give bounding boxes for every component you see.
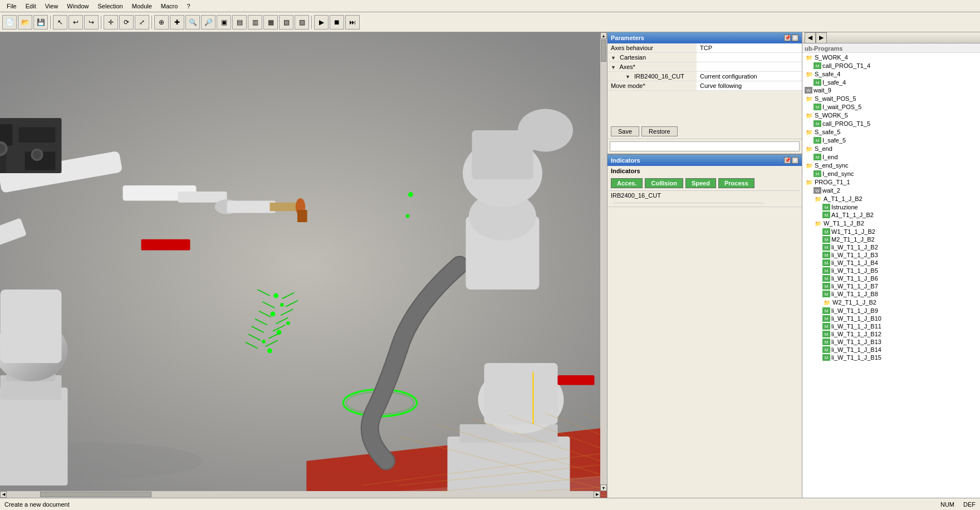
scroll-thumb-h[interactable] [40, 492, 151, 497]
tree-item-a-t1-1-j-b2[interactable]: 📁 A_T1_1_J_B2 [802, 194, 980, 203]
toolbar-save[interactable]: 💾 [33, 15, 48, 30]
indicator-speed-btn[interactable]: Speed [685, 178, 716, 188]
param-label-cartesian: ▼ Cartesian [607, 53, 697, 62]
axes-expand-icon[interactable]: ▼ [611, 65, 616, 70]
tree-item-a1-t1-1-j-b2[interactable]: M A1_T1_1_J_B2 [802, 211, 980, 219]
toolbar-cam3[interactable]: ▥ [248, 15, 262, 30]
tree-item-w-t1-1-j-b2[interactable]: 📁 W_T1_1_J_B2 [802, 219, 980, 228]
toolbar-redo[interactable]: ↪ [84, 15, 99, 30]
tree-nav-right[interactable]: ▶ [816, 32, 827, 43]
indicators-close-btn[interactable]: ✕ [792, 157, 798, 164]
scroll-right-btn[interactable]: ▶ [594, 491, 600, 498]
tree-item-s-safe-4[interactable]: 📁 S_safe_4 [802, 70, 980, 79]
menu-view[interactable]: View [41, 2, 63, 11]
param-row-move-mode: Move mode* Curve following [607, 81, 802, 91]
tree-item-li-w-t1-1-j-b12[interactable]: M li_W_T1_1_J_B12 [802, 330, 980, 338]
tree-item-li-w-t1-1-j-b8[interactable]: M li_W_T1_1_J_B8 [802, 290, 980, 298]
toolbar-select[interactable]: ↖ [53, 15, 67, 30]
tree-item-li-w-t1-1-j-b5[interactable]: M li_W_T1_1_J_B5 [802, 267, 980, 274]
tree-item-li-w-t1-1-j-b13[interactable]: M li_W_T1_1_J_B13 [802, 338, 980, 346]
menu-macro[interactable]: Macro [156, 2, 183, 11]
tree-item-s-end[interactable]: 📁 S_end [802, 144, 980, 153]
toolbar-snap[interactable]: ⊕ [154, 15, 169, 30]
tree-item-w2-t1-1-j-b2[interactable]: 📁 W2_T1_1_J_B2 [802, 298, 980, 307]
toolbar-zoom-out[interactable]: 🔎 [201, 15, 215, 30]
tree-item-li-w-t1-1-j-b2[interactable]: M li_W_T1_1_J_B2 [802, 243, 980, 251]
tree-item-s-work-4[interactable]: 📁 S_WORK_4 [802, 53, 980, 62]
tree-item-s-wait-pos-5[interactable]: 📁 S_wait_POS_5 [802, 94, 980, 103]
scroll-left-btn[interactable]: ◀ [0, 491, 7, 498]
tree-item-l-end[interactable]: M I_end [802, 153, 980, 161]
panel-close-btn[interactable]: ✕ [792, 35, 798, 41]
tree-item-li-w-t1-1-j-b9[interactable]: M li_W_T1_1_J_B9 [802, 307, 980, 315]
scroll-up-btn[interactable]: ▲ [600, 32, 607, 39]
restore-button[interactable]: Restore [641, 126, 678, 136]
save-button[interactable]: Save [611, 126, 639, 136]
cartesian-expand-icon[interactable]: ▼ [611, 55, 616, 61]
menu-edit[interactable]: Edit [21, 2, 41, 11]
menu-file[interactable]: File [2, 2, 21, 11]
svg-rect-9 [1, 290, 62, 363]
menu-selection[interactable]: Selection [93, 2, 127, 11]
toolbar-step[interactable]: ⏭ [345, 15, 360, 30]
indicator-process-btn[interactable]: Process [718, 178, 754, 188]
tree-item-wait-2[interactable]: W wait_2 [802, 187, 980, 194]
toolbar-open[interactable]: 📂 [18, 15, 32, 30]
tree-item-wait-9[interactable]: W wait_9 [802, 86, 980, 94]
panel-pin-btn[interactable]: 📌 [784, 35, 791, 41]
viewport-hscrollbar[interactable]: ◀ ▶ [0, 491, 600, 498]
toolbar-cross[interactable]: ✚ [170, 15, 184, 30]
tree-item-m2-t1-1-j-b2[interactable]: M M2_T1_1_J_B2 [802, 236, 980, 243]
tree-item-prog-t1-1[interactable]: 📁 PROG_T1_1 [802, 178, 980, 187]
menu-bar: File Edit View Window Selection Module M… [0, 0, 980, 12]
tree-item-s-work-5[interactable]: 📁 S_WORK_5 [802, 111, 980, 120]
tree-item-s-end-sync[interactable]: 📁 S_end_sync [802, 161, 980, 170]
tree-label: W1_T1_1_J_B2 [831, 228, 875, 235]
toolbar-new[interactable]: 📄 [2, 15, 17, 30]
tree-item-li-w-t1-1-j-b15[interactable]: M li_W_T1_1_J_B15 [802, 354, 980, 361]
viewport-vscrollbar[interactable]: ▲ ▼ [600, 32, 607, 491]
tree-item-l-safe-4[interactable]: M I_safe_4 [802, 79, 980, 86]
toolbar-undo[interactable]: ↩ [68, 15, 83, 30]
toolbar-move[interactable]: ✛ [104, 15, 118, 30]
tree-item-li-w-t1-1-j-b10[interactable]: M li_W_T1_1_J_B10 [802, 315, 980, 322]
tree-item-call-prog-t1-5[interactable]: M call_PROG_T1_5 [802, 120, 980, 128]
indicator-collision-btn[interactable]: Collision [645, 178, 683, 188]
toolbar-cam6[interactable]: ▨ [295, 15, 309, 30]
toolbar-scale[interactable]: ⤢ [135, 15, 149, 30]
tree-item-w1-t1-1-j-b2[interactable]: M W1_T1_1_J_B2 [802, 228, 980, 236]
menu-window[interactable]: Window [62, 2, 93, 11]
toolbar-zoom-in[interactable]: 🔍 [185, 15, 200, 30]
tree-item-istruzione[interactable]: M Istruzione [802, 203, 980, 211]
indicators-pin-btn[interactable]: 📌 [784, 157, 791, 164]
toolbar-stop[interactable]: ⏹ [330, 15, 344, 30]
tree-item-li-w-t1-1-j-b11[interactable]: M li_W_T1_1_J_B11 [802, 322, 980, 330]
tree-item-call-prog-t1-4[interactable]: M call_PROG_T1_4 [802, 62, 980, 70]
tree-item-l-safe-5[interactable]: M I_safe_5 [802, 136, 980, 144]
svg-rect-18 [297, 210, 307, 222]
menu-help[interactable]: ? [182, 2, 194, 11]
tree-item-li-w-t1-1-j-b4[interactable]: M li_W_T1_1_J_B4 [802, 259, 980, 267]
scroll-thumb-v[interactable] [601, 40, 606, 62]
params-input-field[interactable] [610, 141, 800, 151]
toolbar-cam4[interactable]: ▦ [263, 15, 278, 30]
irb-expand-icon[interactable]: ▼ [625, 74, 630, 80]
tree-nav-left[interactable]: ◀ [805, 32, 816, 43]
toolbar-rotate[interactable]: ⟳ [119, 15, 134, 30]
tree-item-li-w-t1-1-j-b7[interactable]: M li_W_T1_1_J_B7 [802, 282, 980, 290]
tree-item-s-safe-5[interactable]: 📁 S_safe_5 [802, 128, 980, 136]
indicator-acces-btn[interactable]: Acces. [611, 178, 643, 188]
menu-module[interactable]: Module [128, 2, 156, 11]
move-icon: M [822, 339, 830, 345]
toolbar-cam2[interactable]: ▤ [232, 15, 247, 30]
viewport-3d[interactable]: ▲ ▼ ◀ ▶ [0, 32, 607, 498]
scroll-down-btn[interactable]: ▼ [600, 484, 607, 491]
toolbar-play[interactable]: ▶ [314, 15, 329, 30]
tree-item-li-w-t1-1-j-b6[interactable]: M li_W_T1_1_J_B6 [802, 274, 980, 282]
tree-item-l-end-sync[interactable]: M I_end_sync [802, 170, 980, 178]
tree-item-li-w-t1-1-j-b3[interactable]: M li_W_T1_1_J_B3 [802, 251, 980, 259]
toolbar-cam5[interactable]: ▧ [279, 15, 293, 30]
toolbar-cam1[interactable]: ▣ [217, 15, 231, 30]
tree-item-li-w-t1-1-j-b14[interactable]: M li_W_T1_1_J_B14 [802, 346, 980, 354]
tree-item-l-wait-pos-5[interactable]: M I_wait_POS_5 [802, 103, 980, 111]
